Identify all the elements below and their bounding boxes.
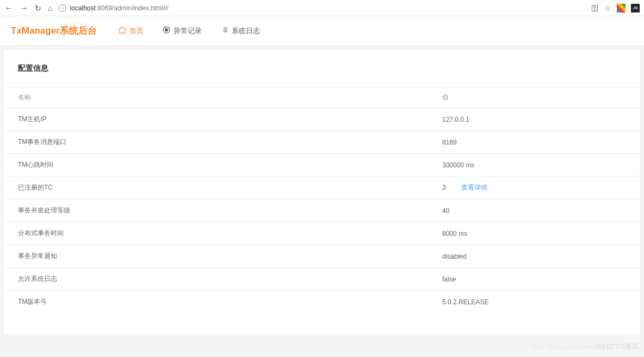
- nav-syslog[interactable]: 系统日志: [221, 26, 260, 36]
- table-row: TM事务消息端口 8169: [4, 130, 640, 153]
- row-name: TM主机IP: [18, 115, 442, 124]
- row-name: 允许系统日志: [18, 274, 442, 284]
- row-name: 分布式事务时间: [18, 229, 442, 238]
- table-row: 已注册的TC 3 查看详情: [4, 176, 640, 199]
- nav-arrows-group: ← → ↻ ⌂: [4, 3, 52, 13]
- row-name: TM心跳时间: [18, 160, 442, 170]
- row-name: 已注册的TC: [18, 183, 442, 192]
- back-button[interactable]: ←: [4, 3, 13, 13]
- url-host: localhost: [70, 4, 95, 12]
- table-row: TM版本号 5.0.2.RELEASE: [4, 290, 640, 313]
- nav-home-label: 首页: [129, 26, 144, 36]
- table-row: 允许系统日志 false: [4, 267, 640, 290]
- table-row: 分布式事务时间 8000 ms: [4, 222, 640, 245]
- bookmark-star-icon[interactable]: ☆: [604, 4, 611, 12]
- table-row: 事务异常通知 disabled: [4, 245, 640, 267]
- row-value: 3: [442, 184, 446, 191]
- extension-icon-1[interactable]: [617, 4, 626, 12]
- row-value-with-link: 3 查看详情: [442, 183, 626, 192]
- nav-exception-label: 异常记录: [174, 26, 202, 36]
- panel-title: 配置信息: [4, 64, 640, 87]
- row-name: TM版本号: [18, 297, 442, 306]
- config-table: 名称 值 TM主机IP 127.0.0.1 TM事务消息端口 8169 TM心跳…: [4, 87, 640, 313]
- table-row: TM心跳时间 300000 ms: [4, 153, 640, 176]
- home-icon: [119, 26, 126, 35]
- browser-home-button[interactable]: ⌂: [48, 4, 52, 12]
- reload-button[interactable]: ↻: [35, 4, 41, 12]
- row-value: 5.0.2.RELEASE: [442, 298, 626, 306]
- browser-right-icons: ⚿ ☆ JB: [591, 4, 640, 12]
- row-value: false: [442, 275, 626, 283]
- config-panel: 配置信息 名称 值 TM主机IP 127.0.0.1 TM事务消息端口 8169…: [4, 50, 640, 335]
- view-detail-link[interactable]: 查看详情: [461, 184, 487, 191]
- row-name: TM事务消息端口: [18, 137, 442, 147]
- brand-title: TxManager系统后台: [11, 24, 97, 37]
- nav-syslog-label: 系统日志: [232, 26, 260, 36]
- row-value: 8000 ms: [442, 230, 626, 237]
- key-icon[interactable]: ⚿: [591, 4, 599, 12]
- table-row: 事务并发处理等级 40: [4, 199, 640, 222]
- table-header-row: 名称 值: [4, 87, 640, 108]
- row-value: 127.0.0.1: [442, 116, 626, 123]
- row-name: 事务并发处理等级: [18, 206, 442, 215]
- row-name: 事务异常通知: [18, 252, 442, 261]
- row-value: 40: [442, 207, 626, 215]
- url-path: :8069/admin/index.html#/: [96, 4, 169, 12]
- row-value: 300000 ms: [442, 161, 626, 169]
- svg-point-1: [165, 29, 168, 32]
- content-wrapper: 配置信息 名称 值 TM主机IP 127.0.0.1 TM事务消息端口 8169…: [0, 46, 644, 339]
- nav-exception[interactable]: 异常记录: [163, 26, 202, 36]
- extension-icon-2[interactable]: JB: [631, 4, 640, 12]
- target-icon: [163, 26, 170, 35]
- browser-toolbar: ← → ↻ ⌂ i localhost:8069/admin/index.htm…: [0, 0, 644, 16]
- nav-home[interactable]: 首页: [119, 26, 144, 36]
- list-icon: [221, 26, 228, 35]
- col-header-value: 值: [442, 93, 626, 102]
- app-header: TxManager系统后台 首页 异常记录 系统日志: [0, 16, 644, 46]
- page-info-icon[interactable]: i: [59, 4, 66, 12]
- table-row: TM主机IP 127.0.0.1: [4, 108, 640, 130]
- address-bar[interactable]: i localhost:8069/admin/index.html#/: [59, 4, 585, 12]
- row-value: 8169: [442, 139, 626, 146]
- col-header-name: 名称: [18, 93, 442, 102]
- row-value: disabled: [442, 253, 626, 260]
- forward-button[interactable]: →: [20, 3, 28, 13]
